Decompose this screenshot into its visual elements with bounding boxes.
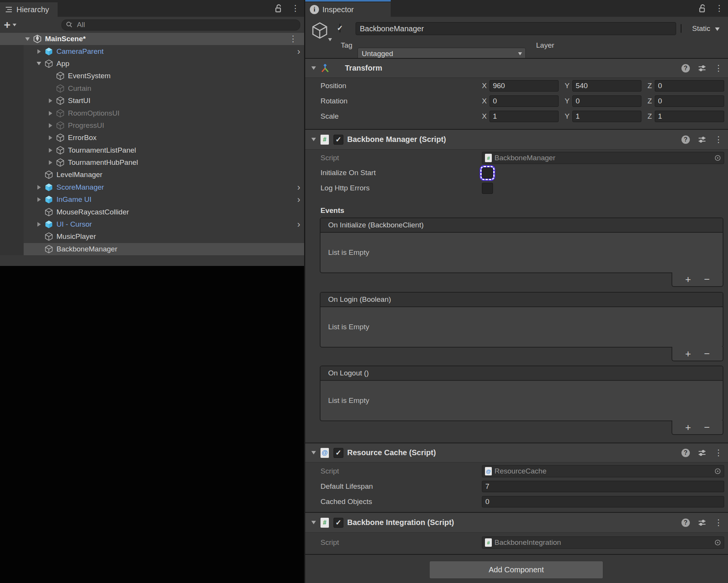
add-event-button[interactable]: + — [684, 349, 693, 359]
presets-icon[interactable] — [697, 518, 707, 527]
tab-hierarchy[interactable]: Hierarchy — [0, 2, 58, 17]
hierarchy-item-scoremanager[interactable]: ScoreManager› — [24, 181, 304, 193]
help-icon[interactable]: ? — [681, 135, 690, 144]
help-icon[interactable]: ? — [681, 64, 690, 72]
resource-cache-header[interactable]: @ Resource Cache (Script) ? ⋮ — [305, 443, 728, 462]
default-lifespan-field[interactable] — [482, 481, 724, 492]
component-enabled-checkbox[interactable] — [333, 448, 343, 458]
tab-inspector[interactable]: i Inspector — [305, 2, 391, 17]
collapsed-triangle-icon[interactable] — [47, 132, 54, 144]
hierarchy-item-roomoptionsui[interactable]: RoomOptionsUI — [24, 107, 304, 119]
scene-menu-icon[interactable]: ⋮ — [289, 35, 297, 43]
hierarchy-item-levelmanager[interactable]: LevelManager — [24, 169, 304, 181]
hierarchy-search[interactable] — [61, 19, 300, 31]
rotation-x-field[interactable] — [490, 95, 559, 107]
lock-icon[interactable] — [698, 4, 707, 13]
initialize-on-start-checkbox[interactable] — [482, 167, 493, 179]
search-input[interactable] — [76, 20, 296, 29]
expanded-triangle-icon[interactable] — [310, 443, 317, 462]
collapsed-triangle-icon[interactable] — [35, 45, 43, 57]
component-enabled-checkbox[interactable] — [333, 135, 343, 145]
help-icon[interactable]: ? — [681, 449, 690, 457]
collapsed-triangle-icon[interactable] — [35, 181, 43, 193]
position-y-field[interactable] — [572, 80, 641, 92]
hierarchy-item-backbonemanager[interactable]: BackboneManager — [24, 243, 304, 255]
prefab-open-chevron-icon[interactable]: › — [297, 195, 300, 204]
hierarchy-item-app[interactable]: App — [24, 58, 304, 70]
hierarchy-item-errorbox[interactable]: ErrorBox — [24, 132, 304, 144]
component-enabled-checkbox[interactable] — [333, 518, 343, 528]
add-component-button[interactable]: Add Component — [429, 561, 603, 579]
hierarchy-item-progressui[interactable]: ProgressUI — [24, 119, 304, 132]
rotation-y-field[interactable] — [572, 95, 641, 107]
rotation-z-field[interactable] — [655, 95, 724, 107]
expanded-triangle-icon[interactable] — [24, 33, 31, 45]
collapsed-triangle-icon[interactable] — [35, 193, 43, 206]
component-menu-icon[interactable]: ⋮ — [714, 449, 723, 457]
collapsed-triangle-icon[interactable] — [47, 107, 54, 119]
resource-cache-script-icon: @ — [485, 467, 492, 475]
scale-x-field[interactable] — [490, 111, 559, 122]
component-menu-icon[interactable]: ⋮ — [714, 64, 723, 72]
script-object-field[interactable]: @ ResourceCache — [482, 465, 724, 477]
hierarchy-item-tournamenthubpanel[interactable]: TournamentHubPanel — [24, 156, 304, 169]
scene-header-row[interactable]: MainScene* ⋮ — [0, 33, 304, 45]
gameobject-name-field[interactable] — [356, 22, 676, 35]
collapsed-triangle-icon[interactable] — [47, 119, 54, 132]
script-object-field[interactable]: # BackboneManager — [482, 152, 724, 164]
scale-z-field[interactable] — [655, 111, 724, 122]
remove-event-button[interactable]: − — [702, 274, 711, 284]
expanded-triangle-icon[interactable] — [35, 58, 43, 70]
expanded-triangle-icon[interactable] — [310, 513, 317, 532]
add-event-button[interactable]: + — [684, 274, 693, 284]
collapsed-triangle-icon[interactable] — [47, 95, 54, 107]
active-checkbox[interactable] — [340, 24, 340, 32]
collapsed-triangle-icon[interactable] — [35, 218, 43, 230]
lock-icon[interactable] — [274, 4, 283, 13]
object-picker-icon[interactable] — [714, 468, 721, 475]
scale-y-field[interactable] — [572, 111, 641, 122]
component-menu-icon[interactable]: ⋮ — [714, 135, 723, 144]
hierarchy-menu-icon[interactable]: ⋮ — [291, 4, 300, 13]
presets-icon[interactable] — [697, 135, 707, 144]
position-z-field[interactable] — [655, 80, 724, 92]
cached-objects-field[interactable] — [482, 496, 724, 507]
hierarchy-item-ui-cursor[interactable]: UI - Cursor› — [24, 218, 304, 230]
hierarchy-item-tournamentlistpanel[interactable]: TournamentListPanel — [24, 144, 304, 156]
prefab-open-chevron-icon[interactable]: › — [297, 220, 300, 229]
backbone-integration-header[interactable]: # Backbone Integration (Script) ? ⋮ — [305, 513, 728, 533]
help-icon[interactable]: ? — [681, 519, 690, 527]
prefab-open-chevron-icon[interactable]: › — [297, 47, 300, 56]
remove-event-button[interactable]: − — [702, 422, 711, 432]
remove-event-button[interactable]: − — [702, 349, 711, 359]
presets-icon[interactable] — [697, 448, 707, 457]
position-x-field[interactable] — [490, 80, 559, 92]
log-http-errors-checkbox[interactable] — [482, 183, 493, 194]
hierarchy-item-startui[interactable]: StartUI — [24, 95, 304, 107]
hierarchy-item-mouseraycastcollider[interactable]: MouseRaycastCollider — [24, 206, 304, 218]
hierarchy-item-musicplayer[interactable]: MusicPlayer — [24, 230, 304, 243]
hierarchy-item-ingame-ui[interactable]: InGame UI› — [24, 193, 304, 206]
hierarchy-item-curtain[interactable]: Curtain — [24, 82, 304, 95]
gameobject-cube-icon[interactable] — [311, 21, 329, 40]
inspector-menu-icon[interactable]: ⋮ — [715, 4, 723, 13]
expanded-triangle-icon[interactable] — [310, 130, 317, 149]
object-picker-icon[interactable] — [714, 539, 721, 546]
static-checkbox[interactable] — [681, 24, 681, 33]
expanded-triangle-icon[interactable] — [310, 59, 317, 77]
backbone-manager-header[interactable]: # Backbone Manager (Script) ? ⋮ — [305, 130, 728, 150]
component-menu-icon[interactable]: ⋮ — [714, 519, 723, 527]
add-event-button[interactable]: + — [684, 422, 693, 432]
hierarchy-item-cameraparent[interactable]: CameraParent› — [24, 45, 304, 57]
static-dropdown-icon[interactable] — [715, 27, 720, 31]
transform-header[interactable]: Transform ? ⋮ — [305, 59, 728, 78]
object-picker-icon[interactable] — [714, 155, 721, 161]
presets-icon[interactable] — [697, 64, 707, 73]
y-axis-label: Y — [565, 82, 570, 90]
hierarchy-item-eventsystem[interactable]: EventSystem — [24, 70, 304, 82]
prefab-open-chevron-icon[interactable]: › — [297, 183, 300, 192]
script-object-field[interactable]: # BackboneIntegration — [482, 536, 724, 549]
collapsed-triangle-icon[interactable] — [47, 144, 54, 156]
collapsed-triangle-icon[interactable] — [47, 156, 54, 169]
create-object-button[interactable]: + — [4, 19, 16, 31]
